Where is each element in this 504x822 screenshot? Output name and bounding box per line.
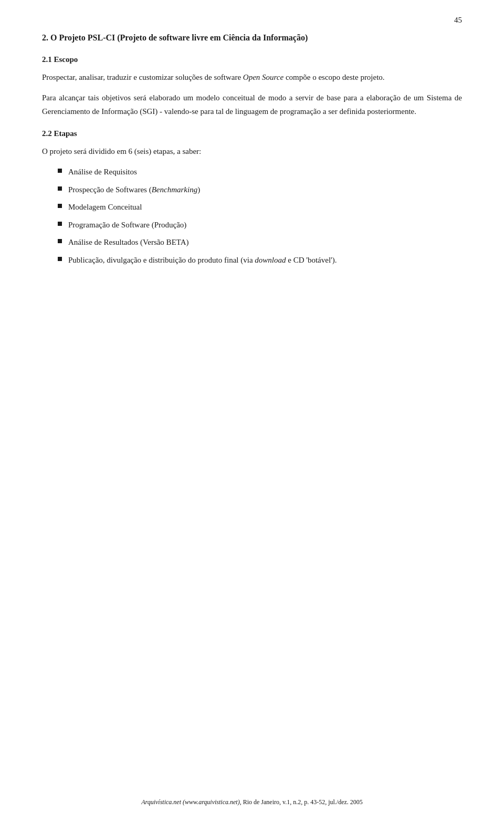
page-container: 45 2. O Projeto PSL-CI (Projeto de softw… [0,0,504,822]
open-source-text: Open Source [243,73,284,81]
footer-italic-text: Arquivística.net (www.arquivistica.net) [141,798,240,806]
subsection-2-2-intro: O projeto será dividido em 6 (seis) etap… [42,145,462,159]
page-number: 45 [454,16,462,25]
download-text: download [255,256,286,264]
list-item: Análise de Resultados (Versão BETA) [58,236,462,249]
list-item-text: Análise de Resultados (Versão BETA) [68,236,189,249]
bullet-icon [58,257,62,261]
list-item: Análise de Requisitos [58,165,462,179]
section-2: 2. O Projeto PSL-CI (Projeto de software… [42,32,462,44]
subsection-2-2-heading: 2.2 Etapas [42,128,462,140]
footer-normal-text: , Rio de Janeiro, v.1, n.2, p. 43-52, ju… [240,798,363,806]
list-item-text: Prospecção de Softwares (Benchmarking) [68,183,200,197]
list-item: Prospecção de Softwares (Benchmarking) [58,183,462,197]
page-footer: Arquivística.net (www.arquivistica.net),… [0,798,504,806]
subsection-2-1-para2: Para alcançar tais objetivos será elabor… [42,91,462,118]
subsection-2-2: 2.2 Etapas O projeto será dividido em 6 … [42,128,462,267]
etapas-list: Análise de Requisitos Prospecção de Soft… [58,165,462,267]
list-item: Modelagem Conceitual [58,201,462,214]
bullet-icon [58,169,62,173]
list-item: Publicação, divulgação e distribuição do… [58,254,462,267]
benchmarking-text: Benchmarking [152,185,197,194]
list-item-text: Publicação, divulgação e distribuição do… [68,254,337,267]
bullet-icon [58,186,62,191]
subsection-2-1-para1: Prospectar, analisar, traduzir e customi… [42,71,462,85]
list-item-text: Programação de Software (Produção) [68,218,186,232]
list-item: Programação de Software (Produção) [58,218,462,232]
bullet-icon [58,222,62,226]
list-item-text: Modelagem Conceitual [68,201,142,214]
subsection-2-1-heading: 2.1 Escopo [42,54,462,66]
subsection-2-1: 2.1 Escopo Prospectar, analisar, traduzi… [42,54,462,118]
bullet-icon [58,239,62,243]
list-item-text: Análise de Requisitos [68,165,137,179]
section-2-heading: 2. O Projeto PSL-CI (Projeto de software… [42,32,462,44]
bullet-icon [58,204,62,208]
